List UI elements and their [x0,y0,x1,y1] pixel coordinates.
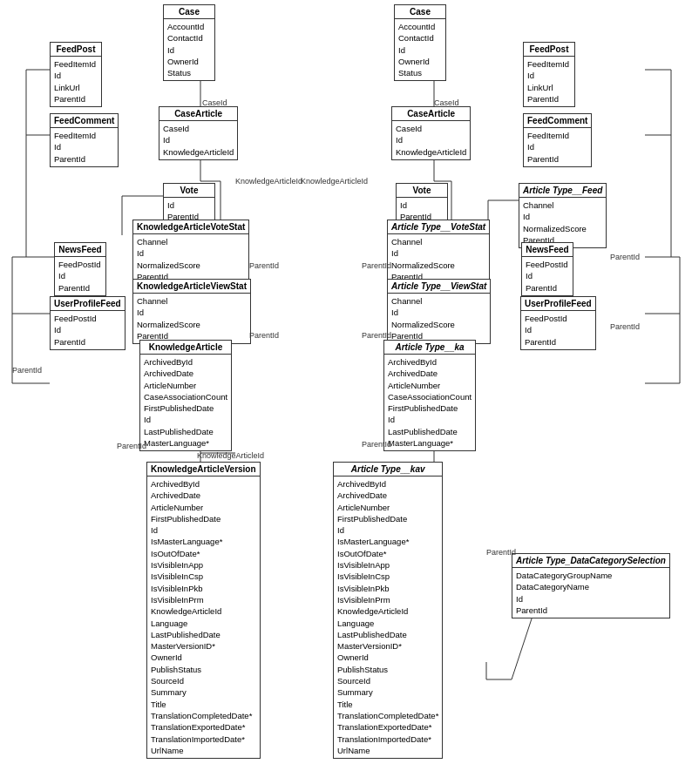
field: SourceId [337,675,438,686]
entity-fields-FeedComment_right: FeedItemIdIdParentId [524,128,591,166]
field: ParentId [54,153,114,165]
entity-UserProfileFeed_left: UserProfileFeedFeedPostIdIdParentId [50,296,126,350]
field: Channel [137,295,247,307]
field: Id [526,270,569,281]
entity-fields-ATkav_right: ArchivedByIdArchivedDateArticleNumberFir… [334,476,442,758]
entity-title-UserProfileFeed_right: UserProfileFeed [521,297,595,311]
field: ArchivedDate [144,368,227,379]
field: FeedItemId [54,130,114,141]
field: LinkUrl [527,82,571,93]
field: MasterLanguage* [144,437,227,449]
entity-ATFeed_right: Article Type__FeedChannelIdNormalizedSco… [519,183,607,248]
entity-title-ATka_right: Article Type__ka [384,341,475,355]
entity-ATka_right: Article Type__kaArchivedByIdArchivedDate… [383,340,476,451]
field: ParentId [527,153,587,165]
field: IsVisibleInApp [151,559,256,571]
field: NormalizedScore [137,260,245,271]
entity-FeedComment_left: FeedCommentFeedItemIdIdParentId [50,113,119,167]
field: ContactId [398,32,442,44]
entity-title-ATkav_right: Article Type__kav [334,463,442,476]
field: NormalizedScore [391,319,486,330]
field: Id [398,44,442,56]
entity-title-UserProfileFeed_left: UserProfileFeed [51,297,125,311]
rel-label-8: KnowledgeArticleId [301,177,368,186]
field: AccountId [398,21,442,32]
field: Channel [137,236,245,247]
field: FirstPublishedDate [144,402,227,414]
field: TranslationExportedDate* [337,721,438,733]
entity-fields-KAViewStat_left: ChannelIdNormalizedScoreParentId [133,294,250,343]
field: IsOutOfDate* [337,548,438,559]
field: MasterVersionID* [337,640,438,652]
field: IsVisibleInPrm [337,594,438,605]
entity-Case_left: CaseAccountIdContactIdIdOwnerIdStatus [163,4,215,81]
entity-fields-FeedPost_right: FeedItemIdIdLinkUrlParentId [524,57,574,106]
field: ParentId [58,282,102,294]
field: Title [337,699,438,710]
field: Id [525,324,592,335]
entity-title-Case_right: Case [395,5,445,19]
entity-fields-ATka_right: ArchivedByIdArchivedDateArticleNumberCas… [384,355,475,450]
field: Id [527,70,571,81]
field: ArchivedDate [388,368,472,379]
field: ArticleNumber [337,502,438,513]
field: OwnerId [398,56,442,67]
field: IsMasterLanguage* [151,536,256,547]
entity-title-Vote_right: Vote [397,184,447,198]
field: FeedPostId [58,259,102,270]
entity-ATkav_right: Article Type__kavArchivedByIdArchivedDat… [333,462,443,759]
field: ArticleNumber [388,380,472,391]
field: Id [163,134,234,145]
field: Id [54,141,114,152]
field: Id [54,70,98,81]
field: Id [167,199,211,211]
field: ArchivedDate [337,490,438,501]
entity-title-NewsFeed_right: NewsFeed [522,243,573,257]
entity-Case_right: CaseAccountIdContactIdIdOwnerIdStatus [394,4,446,81]
entity-title-KAVersion_left: KnowledgeArticleVersion [147,463,260,476]
field: FeedPostId [54,313,121,324]
field: Language [337,618,438,629]
entity-title-ATDataCatSel_right: Article Type_DataCategorySelection [512,554,669,568]
field: DataCategoryGroupName [516,570,666,581]
field: PublishStatus [151,664,256,675]
field: UrlName [337,745,438,756]
entity-ATVoteStat_right: Article Type__VoteStatChannelIdNormalize… [387,220,490,285]
rel-label-3: ParentId [249,331,279,340]
entity-title-FeedPost_left: FeedPost [51,43,101,57]
entity-fields-NewsFeed_left: FeedPostIdIdParentId [55,257,105,295]
field: LastPublishedDate [151,629,256,640]
field: Channel [391,295,486,307]
entity-CaseArticle_right: CaseArticleCaseIdIdKnowledgeArticleId [391,106,471,160]
field: Channel [391,236,485,247]
field: CaseId [163,123,234,134]
entity-KAVersion_left: KnowledgeArticleVersionArchivedByIdArchi… [146,462,261,759]
rel-label-2: ParentId [249,261,279,270]
entity-fields-FeedComment_left: FeedItemIdIdParentId [51,128,118,166]
entity-title-FeedComment_left: FeedComment [51,114,118,128]
field: AccountId [167,21,211,32]
field: ArchivedById [144,356,227,368]
field: Id [396,134,466,145]
field: Id [167,44,211,56]
entity-fields-ATViewStat_right: ChannelIdNormalizedScoreParentId [388,294,490,343]
entity-KAVoteStat_left: KnowledgeArticleVoteStatChannelIdNormali… [132,220,249,285]
entity-title-KAViewStat_left: KnowledgeArticleViewStat [133,280,250,294]
field: FeedItemId [527,58,571,70]
entity-fields-FeedPost_left: FeedItemIdIdLinkUrlParentId [51,57,101,106]
entity-fields-ATDataCatSel_right: DataCategoryGroupNameDataCategoryNameIdP… [512,568,669,618]
field: Id [527,141,587,152]
field: Summary [337,686,438,698]
field: FeedItemId [54,58,98,70]
entity-fields-KAVersion_left: ArchivedByIdArchivedDateArticleNumberFir… [147,476,260,758]
field: TranslationImportedDate* [337,733,438,745]
field: PublishStatus [337,664,438,675]
entity-fields-Case_left: AccountIdContactIdIdOwnerIdStatus [164,19,214,80]
rel-label-7: CaseId [434,98,459,107]
field: Id [144,414,227,425]
field: ParentId [527,93,571,105]
entity-fields-KnowledgeArticle_left: ArchivedByIdArchivedDateArticleNumberCas… [140,355,231,450]
field: IsVisibleInPkb [151,583,256,594]
field: Id [54,324,121,335]
field: Id [337,524,438,536]
